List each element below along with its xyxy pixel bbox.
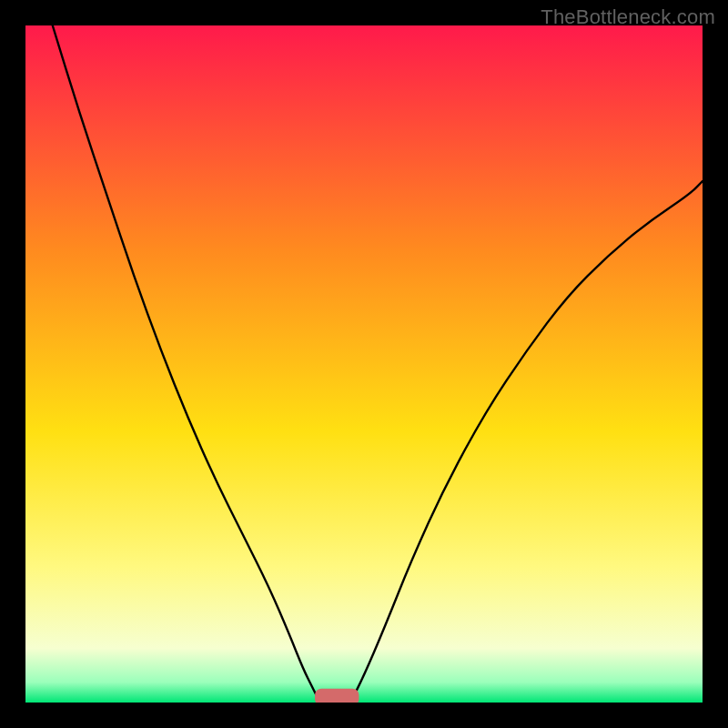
watermark-text: TheBottleneck.com (541, 5, 715, 29)
bottleneck-marker (315, 689, 359, 703)
bottleneck-chart (25, 25, 703, 703)
chart-container: TheBottleneck.com (0, 0, 728, 728)
plot-area (25, 25, 703, 703)
